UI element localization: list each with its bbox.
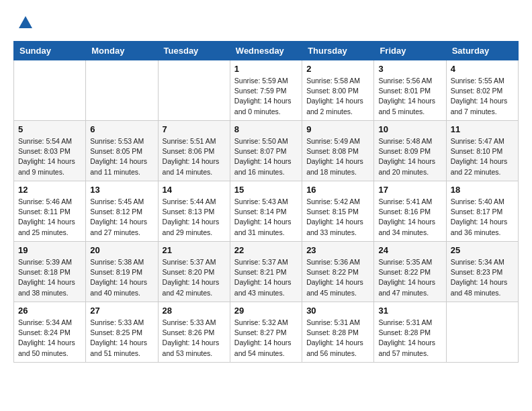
day-number: 8 — [234, 124, 298, 134]
day-number: 30 — [306, 306, 369, 316]
day-number: 4 — [451, 64, 514, 74]
day-info: Sunrise: 5:56 AM Sunset: 8:01 PM Dayligh… — [378, 76, 441, 117]
logo-text — [13, 13, 35, 36]
day-cell: 12Sunrise: 5:46 AM Sunset: 8:11 PM Dayli… — [14, 181, 86, 242]
weekday-tuesday: Tuesday — [158, 42, 230, 60]
day-cell: 17Sunrise: 5:41 AM Sunset: 8:16 PM Dayli… — [374, 181, 446, 242]
day-info: Sunrise: 5:58 AM Sunset: 8:00 PM Dayligh… — [306, 76, 369, 117]
day-cell: 16Sunrise: 5:42 AM Sunset: 8:15 PM Dayli… — [302, 181, 374, 242]
day-cell — [446, 302, 518, 363]
day-info: Sunrise: 5:45 AM Sunset: 8:12 PM Dayligh… — [90, 197, 153, 238]
day-cell: 20Sunrise: 5:38 AM Sunset: 8:19 PM Dayli… — [86, 242, 158, 302]
day-cell: 8Sunrise: 5:50 AM Sunset: 8:07 PM Daylig… — [230, 121, 302, 181]
day-number: 14 — [163, 185, 226, 195]
weekday-monday: Monday — [86, 42, 158, 60]
day-cell: 14Sunrise: 5:44 AM Sunset: 8:13 PM Dayli… — [158, 181, 230, 242]
day-cell: 25Sunrise: 5:34 AM Sunset: 8:23 PM Dayli… — [446, 242, 518, 302]
day-info: Sunrise: 5:31 AM Sunset: 8:28 PM Dayligh… — [378, 318, 441, 359]
day-info: Sunrise: 5:34 AM Sunset: 8:24 PM Dayligh… — [18, 318, 81, 359]
day-info: Sunrise: 5:33 AM Sunset: 8:26 PM Dayligh… — [163, 318, 226, 359]
day-cell: 15Sunrise: 5:43 AM Sunset: 8:14 PM Dayli… — [230, 181, 302, 242]
day-info: Sunrise: 5:53 AM Sunset: 8:05 PM Dayligh… — [90, 136, 153, 177]
calendar-header: SundayMondayTuesdayWednesdayThursdayFrid… — [14, 42, 519, 60]
week-row-5: 26Sunrise: 5:34 AM Sunset: 8:24 PM Dayli… — [14, 302, 519, 363]
day-number: 6 — [90, 124, 153, 134]
day-number: 17 — [378, 185, 441, 195]
day-info: Sunrise: 5:59 AM Sunset: 7:59 PM Dayligh… — [234, 76, 298, 117]
day-info: Sunrise: 5:47 AM Sunset: 8:10 PM Dayligh… — [451, 136, 514, 177]
day-cell: 4Sunrise: 5:55 AM Sunset: 8:02 PM Daylig… — [446, 60, 518, 121]
day-info: Sunrise: 5:55 AM Sunset: 8:02 PM Dayligh… — [451, 76, 514, 117]
day-number: 26 — [18, 306, 81, 316]
day-number: 9 — [306, 124, 369, 134]
day-number: 25 — [451, 245, 514, 255]
day-info: Sunrise: 5:37 AM Sunset: 8:20 PM Dayligh… — [163, 257, 226, 298]
day-cell: 28Sunrise: 5:33 AM Sunset: 8:26 PM Dayli… — [158, 302, 230, 363]
day-info: Sunrise: 5:39 AM Sunset: 8:18 PM Dayligh… — [18, 257, 81, 298]
day-cell — [14, 60, 86, 121]
day-number: 15 — [234, 185, 298, 195]
day-info: Sunrise: 5:46 AM Sunset: 8:11 PM Dayligh… — [18, 197, 81, 238]
day-cell: 24Sunrise: 5:35 AM Sunset: 8:22 PM Dayli… — [374, 242, 446, 302]
day-number: 12 — [18, 185, 81, 195]
day-cell: 1Sunrise: 5:59 AM Sunset: 7:59 PM Daylig… — [230, 60, 302, 121]
day-cell: 31Sunrise: 5:31 AM Sunset: 8:28 PM Dayli… — [374, 302, 446, 363]
day-info: Sunrise: 5:31 AM Sunset: 8:28 PM Dayligh… — [306, 318, 369, 359]
day-info: Sunrise: 5:50 AM Sunset: 8:07 PM Dayligh… — [234, 136, 298, 177]
svg-marker-0 — [19, 16, 32, 28]
week-row-1: 1Sunrise: 5:59 AM Sunset: 7:59 PM Daylig… — [14, 60, 519, 121]
weekday-wednesday: Wednesday — [230, 42, 302, 60]
day-info: Sunrise: 5:38 AM Sunset: 8:19 PM Dayligh… — [90, 257, 153, 298]
day-info: Sunrise: 5:42 AM Sunset: 8:15 PM Dayligh… — [306, 197, 369, 238]
day-cell: 11Sunrise: 5:47 AM Sunset: 8:10 PM Dayli… — [446, 121, 518, 181]
day-number: 3 — [378, 64, 441, 74]
day-cell: 6Sunrise: 5:53 AM Sunset: 8:05 PM Daylig… — [86, 121, 158, 181]
day-cell — [158, 60, 230, 121]
week-row-3: 12Sunrise: 5:46 AM Sunset: 8:11 PM Dayli… — [14, 181, 519, 242]
weekday-saturday: Saturday — [446, 42, 518, 60]
day-number: 11 — [451, 124, 514, 134]
day-info: Sunrise: 5:34 AM Sunset: 8:23 PM Dayligh… — [451, 257, 514, 298]
weekday-friday: Friday — [374, 42, 446, 60]
day-info: Sunrise: 5:32 AM Sunset: 8:27 PM Dayligh… — [234, 318, 298, 359]
day-cell: 26Sunrise: 5:34 AM Sunset: 8:24 PM Dayli… — [14, 302, 86, 363]
day-number: 10 — [378, 124, 441, 134]
day-cell: 23Sunrise: 5:36 AM Sunset: 8:22 PM Dayli… — [302, 242, 374, 302]
day-info: Sunrise: 5:48 AM Sunset: 8:09 PM Dayligh… — [378, 136, 441, 177]
day-number: 21 — [163, 245, 226, 255]
day-cell: 9Sunrise: 5:49 AM Sunset: 8:08 PM Daylig… — [302, 121, 374, 181]
weekday-sunday: Sunday — [14, 42, 86, 60]
weekday-thursday: Thursday — [302, 42, 374, 60]
day-info: Sunrise: 5:41 AM Sunset: 8:16 PM Dayligh… — [378, 197, 441, 238]
day-info: Sunrise: 5:43 AM Sunset: 8:14 PM Dayligh… — [234, 197, 298, 238]
header — [13, 11, 519, 36]
day-cell: 30Sunrise: 5:31 AM Sunset: 8:28 PM Dayli… — [302, 302, 374, 363]
day-cell: 22Sunrise: 5:37 AM Sunset: 8:21 PM Dayli… — [230, 242, 302, 302]
day-cell: 13Sunrise: 5:45 AM Sunset: 8:12 PM Dayli… — [86, 181, 158, 242]
day-number: 31 — [378, 306, 441, 316]
day-number: 1 — [234, 64, 298, 74]
day-info: Sunrise: 5:51 AM Sunset: 8:06 PM Dayligh… — [163, 136, 226, 177]
calendar-body: 1Sunrise: 5:59 AM Sunset: 7:59 PM Daylig… — [14, 60, 519, 363]
day-cell: 21Sunrise: 5:37 AM Sunset: 8:20 PM Dayli… — [158, 242, 230, 302]
day-info: Sunrise: 5:40 AM Sunset: 8:17 PM Dayligh… — [451, 197, 514, 238]
logo-icon — [16, 13, 35, 32]
day-info: Sunrise: 5:37 AM Sunset: 8:21 PM Dayligh… — [234, 257, 298, 298]
weekday-header-row: SundayMondayTuesdayWednesdayThursdayFrid… — [14, 42, 519, 60]
day-number: 7 — [163, 124, 226, 134]
day-info: Sunrise: 5:33 AM Sunset: 8:25 PM Dayligh… — [90, 318, 153, 359]
day-number: 24 — [378, 245, 441, 255]
day-number: 19 — [18, 245, 81, 255]
day-number: 5 — [18, 124, 81, 134]
day-number: 18 — [451, 185, 514, 195]
calendar-table: SundayMondayTuesdayWednesdayThursdayFrid… — [13, 41, 519, 363]
week-row-4: 19Sunrise: 5:39 AM Sunset: 8:18 PM Dayli… — [14, 242, 519, 302]
day-cell: 7Sunrise: 5:51 AM Sunset: 8:06 PM Daylig… — [158, 121, 230, 181]
day-cell: 18Sunrise: 5:40 AM Sunset: 8:17 PM Dayli… — [446, 181, 518, 242]
day-cell: 10Sunrise: 5:48 AM Sunset: 8:09 PM Dayli… — [374, 121, 446, 181]
day-number: 20 — [90, 245, 153, 255]
day-info: Sunrise: 5:44 AM Sunset: 8:13 PM Dayligh… — [163, 197, 226, 238]
logo — [13, 13, 35, 36]
day-number: 2 — [306, 64, 369, 74]
day-info: Sunrise: 5:36 AM Sunset: 8:22 PM Dayligh… — [306, 257, 369, 298]
